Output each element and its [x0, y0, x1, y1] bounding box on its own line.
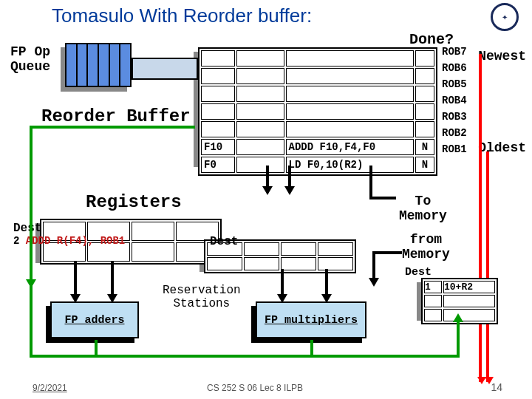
- footer-center: CS 252 S 06 Lec 8 ILPB: [207, 383, 303, 393]
- connector: [266, 166, 269, 188]
- connector: [111, 262, 114, 299]
- reorder-buffer-table: F10ADDD F10,F4,F0N F0LD F0,10(R2)N: [198, 47, 437, 176]
- connector: [288, 166, 291, 188]
- fp-adders-box: FP adders: [50, 301, 139, 338]
- connector: [372, 251, 375, 281]
- footer-page-number: 14: [491, 381, 502, 393]
- newest-label: Newest: [478, 49, 526, 64]
- arrow-down-icon: [26, 279, 36, 288]
- connector: [74, 262, 77, 299]
- from-memory-label: from Memory: [402, 232, 450, 262]
- connector: [374, 251, 402, 254]
- dest-label-multipliers: Dest: [210, 235, 238, 248]
- arrow-down-icon: [284, 186, 295, 195]
- cdb-line: [310, 340, 313, 358]
- dest-label-adders: Dest: [13, 222, 41, 235]
- reorder-buffer-title: Reorder Buffer: [41, 106, 191, 126]
- oldest-line: [486, 151, 489, 382]
- dest-label-memory: Dest: [405, 266, 432, 279]
- university-seal-icon: ✦: [491, 3, 519, 31]
- registers-title: Registers: [86, 192, 182, 212]
- arrow-up-icon: [453, 313, 463, 322]
- cdb-line: [30, 126, 33, 358]
- rob-row-labels: ROB7ROB6 ROB5ROB4 ROB3ROB2 ROB1: [442, 46, 467, 160]
- fp-multipliers-box: FP multipliers: [256, 301, 366, 338]
- fp-op-queue: [65, 43, 132, 87]
- fp-op-queue-bridge: [132, 58, 198, 80]
- connector: [369, 197, 396, 200]
- arrow-down-icon: [321, 294, 332, 303]
- arrow-down-icon: [277, 294, 287, 303]
- cdb-line: [30, 126, 195, 129]
- to-memory-label: To Memory: [399, 194, 447, 223]
- newest-line: [479, 54, 482, 382]
- arrow-down-icon: [369, 278, 379, 287]
- reservation-stations-label: Reservation Stations: [163, 284, 241, 310]
- arrow-down-icon: [70, 294, 81, 303]
- cdb-line: [457, 319, 460, 358]
- footer-date: 9/2/2021: [33, 383, 67, 393]
- oldest-label: Oldest: [478, 140, 526, 155]
- page-title: Tomasulo With Reorder buffer:: [52, 4, 312, 27]
- cdb-line: [30, 355, 458, 358]
- connector: [369, 166, 372, 200]
- arrow-down-icon: [262, 186, 273, 195]
- fp-op-queue-label: FP Op Queue: [10, 44, 50, 74]
- arrow-down-icon: [107, 294, 117, 303]
